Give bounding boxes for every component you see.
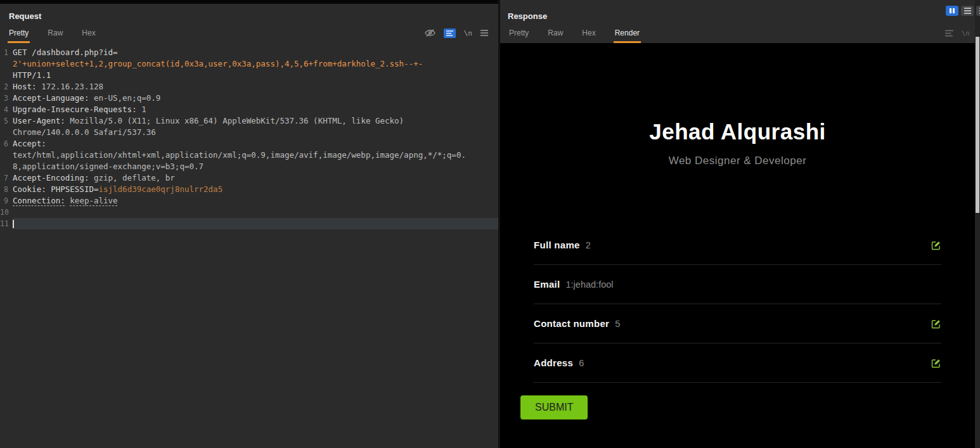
tab-raw[interactable]: Raw <box>46 23 64 43</box>
request-line: 9Connection: keep-alive <box>0 195 498 207</box>
tab-raw[interactable]: Raw <box>546 23 564 43</box>
editor-menu-icon[interactable] <box>480 30 488 36</box>
response-tabs: PrettyRawHexRender <box>508 23 657 43</box>
newline-icon[interactable]: \n <box>464 29 472 37</box>
menu-icon <box>964 8 971 14</box>
window-controls <box>946 6 980 16</box>
line-number: 1 <box>0 47 13 81</box>
request-line: 2Host: 172.16.23.128 <box>0 81 498 93</box>
request-line: 7Accept-Encoding: gzip, deflate, br <box>0 172 498 184</box>
eye-off-icon[interactable] <box>425 29 435 37</box>
burp-repeater-window: Request PrettyRawHex \n <box>0 0 980 448</box>
edit-field-icon[interactable] <box>931 358 941 368</box>
field-label: Email <box>534 279 560 290</box>
tab-pretty[interactable]: Pretty <box>508 23 530 43</box>
overflow-menu-button[interactable] <box>976 6 980 16</box>
request-line: 11 <box>0 218 498 229</box>
request-editor-lines: 1GET /dashboard.php?id=2'+union+select+1… <box>0 47 498 229</box>
newline-icon[interactable]: \n <box>962 29 970 37</box>
line-number: 7 <box>0 172 13 184</box>
tab-hex[interactable]: Hex <box>581 23 596 43</box>
line-content: GET /dashboard.php?id=2'+union+select+1,… <box>13 47 498 81</box>
field-row-email: Email1:jehad:fool <box>534 265 941 304</box>
request-line: 1GET /dashboard.php?id=2'+union+select+1… <box>0 47 498 81</box>
pretty-print-icon[interactable] <box>945 30 953 37</box>
response-tabbar: PrettyRawHexRender \n <box>500 23 975 43</box>
field-label: Full name <box>534 240 580 250</box>
line-number: 2 <box>0 81 13 93</box>
layout-menu-button[interactable] <box>961 6 974 16</box>
field-row-contact-number: Contact number5 <box>534 304 941 343</box>
page-title: Jehad Alqurashi <box>500 119 975 144</box>
text-caret <box>13 220 14 228</box>
line-number: 10 <box>0 207 13 218</box>
rendered-response-page: Jehad Alqurashi Web Designer & Developer… <box>500 43 975 448</box>
line-content: Accept-Language: en-US,en;q=0.9 <box>13 93 498 104</box>
field-row-address: Address6 <box>534 343 941 383</box>
request-line: 10 <box>0 207 498 218</box>
line-number: 5 <box>0 115 13 138</box>
request-tabs: PrettyRawHex <box>8 23 113 43</box>
request-line: 8Cookie: PHPSESSID=isjld6d39cae0qrj8nulr… <box>0 184 498 195</box>
request-line: 3Accept-Language: en-US,en;q=0.9 <box>0 93 498 104</box>
response-panel: Response PrettyRawHexRender \n Jehad Alq… <box>500 0 980 448</box>
request-editor[interactable]: 1GET /dashboard.php?id=2'+union+select+1… <box>0 43 498 448</box>
tab-hex[interactable]: Hex <box>81 23 96 43</box>
pause-button[interactable] <box>946 6 958 16</box>
line-content: Accept:text/html,application/xhtml+xml,a… <box>13 138 498 172</box>
field-value: 6 <box>579 358 584 368</box>
line-content: User-Agent: Mozilla/5.0 (X11; Linux x86_… <box>13 115 498 138</box>
field-label: Contact number <box>534 318 609 329</box>
line-number: 3 <box>0 93 13 104</box>
line-number: 6 <box>0 138 13 172</box>
submit-button[interactable]: SUBMIT <box>520 395 588 419</box>
field-row-full-name: Full name2 <box>534 226 941 265</box>
line-content: Upgrade-Insecure-Requests: 1 <box>13 104 498 115</box>
request-toolbar: \n <box>425 23 498 43</box>
line-content: Accept-Encoding: gzip, deflate, br <box>13 172 498 184</box>
response-scrollbar[interactable] <box>975 0 980 448</box>
edit-field-icon[interactable] <box>931 319 941 329</box>
profile-form: Full name2 Email1:jehad:foolContact numb… <box>534 226 941 383</box>
line-number: 4 <box>0 104 13 115</box>
field-value: 2 <box>586 240 591 250</box>
line-content: Host: 172.16.23.128 <box>13 81 498 93</box>
request-line: 5User-Agent: Mozilla/5.0 (X11; Linux x86… <box>0 115 498 138</box>
line-content <box>13 207 498 218</box>
field-value: 1:jehad:fool <box>566 279 614 290</box>
request-tabbar: PrettyRawHex \n <box>0 23 498 43</box>
pause-icon <box>950 8 955 13</box>
line-number: 9 <box>0 195 13 207</box>
field-label: Address <box>534 357 573 368</box>
request-line: 6Accept:text/html,application/xhtml+xml,… <box>0 138 498 172</box>
scrollbar-thumb[interactable] <box>976 37 979 213</box>
tab-pretty[interactable]: Pretty <box>8 23 30 43</box>
line-number: 8 <box>0 184 13 195</box>
response-toolbar: \n <box>945 23 975 43</box>
response-panel-title: Response <box>508 11 547 21</box>
line-content: Connection: keep-alive <box>13 195 498 207</box>
request-panel-title: Request <box>9 11 41 21</box>
edit-field-icon[interactable] <box>931 240 941 250</box>
tab-render[interactable]: Render <box>614 23 641 43</box>
response-main: Response PrettyRawHexRender \n Jehad Alq… <box>500 0 975 448</box>
line-number: 11 <box>0 218 13 229</box>
request-panel: Request PrettyRawHex \n <box>0 0 498 448</box>
line-content <box>13 218 498 229</box>
line-content: Cookie: PHPSESSID=isjld6d39cae0qrj8nulrr… <box>13 184 498 195</box>
page-subtitle: Web Designer & Developer <box>500 155 975 167</box>
field-value: 5 <box>615 319 620 329</box>
request-line: 4Upgrade-Insecure-Requests: 1 <box>0 104 498 115</box>
pretty-print-icon[interactable] <box>444 29 456 38</box>
